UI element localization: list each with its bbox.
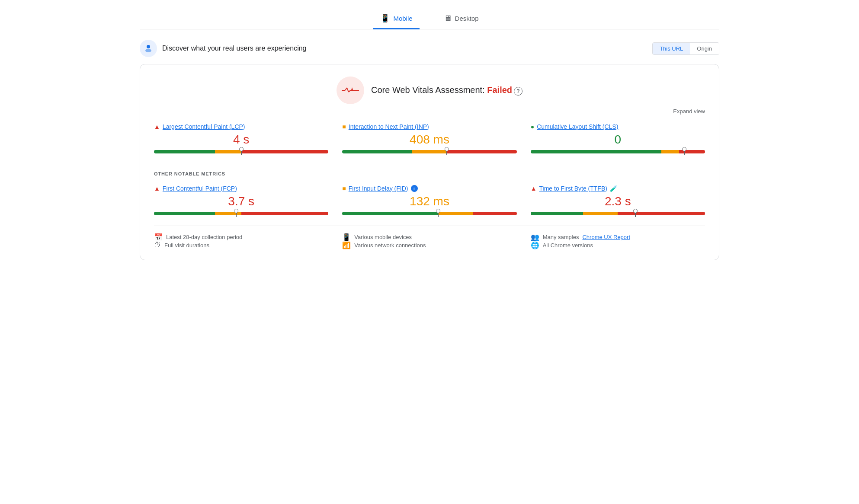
metric-label-row-fcp: ▲First Contentful Paint (FCP) bbox=[154, 185, 328, 192]
metric-value-lcp: 4 s bbox=[154, 133, 328, 147]
other-metrics-label: OTHER NOTABLE METRICS bbox=[154, 171, 705, 176]
footer-item: 🌐All Chrome versions bbox=[531, 241, 705, 249]
footer-item: 📶Various network connections bbox=[342, 241, 516, 249]
progress-bar-ttfb bbox=[531, 212, 705, 215]
footer-grid: 📅Latest 28-day collection period⏱Full vi… bbox=[154, 226, 705, 249]
footer-col1: 📅Latest 28-day collection period⏱Full vi… bbox=[154, 233, 328, 249]
tab-mobile-label: Mobile bbox=[393, 15, 412, 22]
metric-label-row-inp: ■Interaction to Next Paint (INP) bbox=[342, 123, 516, 130]
progress-marker-ttfb bbox=[635, 210, 636, 217]
metric-cls: ●Cumulative Layout Shift (CLS)0 bbox=[531, 123, 705, 153]
metric-label-row-fid: ■First Input Delay (FID)i bbox=[342, 185, 516, 192]
main-card: Core Web Vitals Assessment: Failed ? Exp… bbox=[140, 64, 719, 260]
metric-status-icon-fid: ■ bbox=[342, 185, 346, 192]
footer-item-text: Full visit durations bbox=[164, 242, 209, 249]
footer-col3: 👥Many samples Chrome UX Report🌐All Chrom… bbox=[531, 233, 705, 249]
header-row: Discover what your real users are experi… bbox=[140, 40, 719, 57]
header-left: Discover what your real users are experi… bbox=[140, 40, 306, 57]
metrics-divider bbox=[154, 164, 705, 164]
svg-point-1 bbox=[145, 49, 151, 52]
cwv-header: Core Web Vitals Assessment: Failed ? bbox=[154, 77, 705, 104]
progress-bar-fcp bbox=[154, 212, 328, 215]
cwv-help-icon[interactable]: ? bbox=[514, 87, 522, 96]
url-toggle: This URL Origin bbox=[652, 42, 719, 55]
cwv-title-container: Core Web Vitals Assessment: Failed ? bbox=[371, 85, 522, 96]
metric-value-cls: 0 bbox=[531, 133, 705, 147]
progress-marker-inp bbox=[446, 148, 447, 155]
progress-bar-lcp bbox=[154, 150, 328, 153]
footer-item-text: Various mobile devices bbox=[354, 234, 412, 240]
metric-label-row-cls: ●Cumulative Layout Shift (CLS) bbox=[531, 123, 705, 130]
tab-bar: 📱 Mobile 🖥 Desktop bbox=[140, 9, 719, 29]
metric-status-icon-inp: ■ bbox=[342, 123, 346, 130]
metric-lcp: ▲Largest Contentful Paint (LCP)4 s bbox=[154, 123, 328, 153]
footer-item-icon: 🌐 bbox=[531, 241, 539, 249]
metric-label-row-lcp: ▲Largest Contentful Paint (LCP) bbox=[154, 123, 328, 130]
cwv-title-prefix: Core Web Vitals Assessment: bbox=[371, 85, 487, 95]
metric-label-fcp[interactable]: First Contentful Paint (FCP) bbox=[163, 185, 237, 192]
metric-fid: ■First Input Delay (FID)i132 ms bbox=[342, 185, 516, 215]
progress-marker-cls bbox=[684, 148, 685, 155]
progress-bar-inp bbox=[342, 150, 516, 153]
metric-status-icon-lcp: ▲ bbox=[154, 123, 160, 130]
footer-col2: 📱Various mobile devices📶Various network … bbox=[342, 233, 516, 249]
tab-desktop[interactable]: 🖥 Desktop bbox=[437, 9, 486, 29]
metric-value-fcp: 3.7 s bbox=[154, 195, 328, 208]
expand-view-link[interactable]: Expand view bbox=[673, 108, 705, 115]
metric-value-ttfb: 2.3 s bbox=[531, 195, 705, 208]
expand-view-container: Expand view bbox=[154, 108, 705, 115]
metric-label-inp[interactable]: Interaction to Next Paint (INP) bbox=[349, 123, 429, 130]
footer-item: ⏱Full visit durations bbox=[154, 241, 328, 249]
cwv-status: Failed bbox=[487, 85, 512, 95]
avatar bbox=[140, 40, 157, 57]
footer-item: 📅Latest 28-day collection period bbox=[154, 233, 328, 241]
metric-fcp: ▲First Contentful Paint (FCP)3.7 s bbox=[154, 185, 328, 215]
mobile-icon: 📱 bbox=[380, 13, 390, 23]
progress-marker-fid bbox=[438, 210, 439, 217]
footer-item-text: All Chrome versions bbox=[543, 242, 593, 249]
other-metrics-grid: ▲First Contentful Paint (FCP)3.7 s■First… bbox=[154, 185, 705, 215]
core-metrics-grid: ▲Largest Contentful Paint (LCP)4 s■Inter… bbox=[154, 123, 705, 153]
origin-button[interactable]: Origin bbox=[690, 43, 719, 54]
desktop-icon: 🖥 bbox=[444, 14, 452, 23]
svg-line-6 bbox=[349, 90, 350, 92]
metric-status-icon-cls: ● bbox=[531, 123, 534, 130]
footer-item-text: Latest 28-day collection period bbox=[166, 234, 242, 240]
progress-marker-fcp bbox=[236, 210, 237, 217]
svg-line-5 bbox=[347, 88, 349, 92]
footer-item-icon: ⏱ bbox=[154, 241, 161, 249]
metric-label-row-ttfb: ▲Time to First Byte (TTFB)🧪 bbox=[531, 185, 705, 192]
progress-bar-cls bbox=[531, 150, 705, 153]
metric-inp: ■Interaction to Next Paint (INP)408 ms bbox=[342, 123, 516, 153]
footer-item: 📱Various mobile devices bbox=[342, 233, 516, 241]
metric-status-icon-fcp: ▲ bbox=[154, 185, 160, 192]
footer-item: 👥Many samples Chrome UX Report bbox=[531, 233, 705, 241]
exp-icon-ttfb[interactable]: 🧪 bbox=[610, 185, 617, 192]
footer-item-icon: 📱 bbox=[342, 233, 351, 241]
progress-bar-fid bbox=[342, 212, 516, 215]
metric-value-fid: 132 ms bbox=[342, 195, 516, 208]
progress-marker-lcp bbox=[241, 148, 242, 155]
metric-label-lcp[interactable]: Largest Contentful Paint (LCP) bbox=[163, 123, 245, 130]
chrome-ux-link[interactable]: Chrome UX Report bbox=[582, 234, 630, 240]
footer-item-icon: 👥 bbox=[531, 233, 539, 241]
this-url-button[interactable]: This URL bbox=[653, 43, 690, 54]
metric-value-inp: 408 ms bbox=[342, 133, 516, 147]
metric-status-icon-ttfb: ▲ bbox=[531, 185, 537, 192]
footer-item-icon: 📶 bbox=[342, 241, 351, 249]
svg-marker-8 bbox=[351, 87, 353, 90]
footer-item-text: Many samples bbox=[543, 234, 579, 240]
header-title: Discover what your real users are experi… bbox=[162, 45, 306, 52]
info-icon-fid[interactable]: i bbox=[411, 185, 418, 192]
tab-mobile[interactable]: 📱 Mobile bbox=[373, 9, 419, 29]
metric-label-ttfb[interactable]: Time to First Byte (TTFB) bbox=[539, 185, 607, 192]
footer-item-icon: 📅 bbox=[154, 233, 163, 241]
metric-label-fid[interactable]: First Input Delay (FID) bbox=[349, 185, 408, 192]
svg-point-2 bbox=[147, 45, 150, 48]
footer-item-text: Various network connections bbox=[354, 242, 426, 249]
tab-desktop-label: Desktop bbox=[455, 15, 479, 22]
cwv-icon bbox=[337, 77, 364, 104]
metric-ttfb: ▲Time to First Byte (TTFB)🧪2.3 s bbox=[531, 185, 705, 215]
metric-label-cls[interactable]: Cumulative Layout Shift (CLS) bbox=[537, 123, 618, 130]
